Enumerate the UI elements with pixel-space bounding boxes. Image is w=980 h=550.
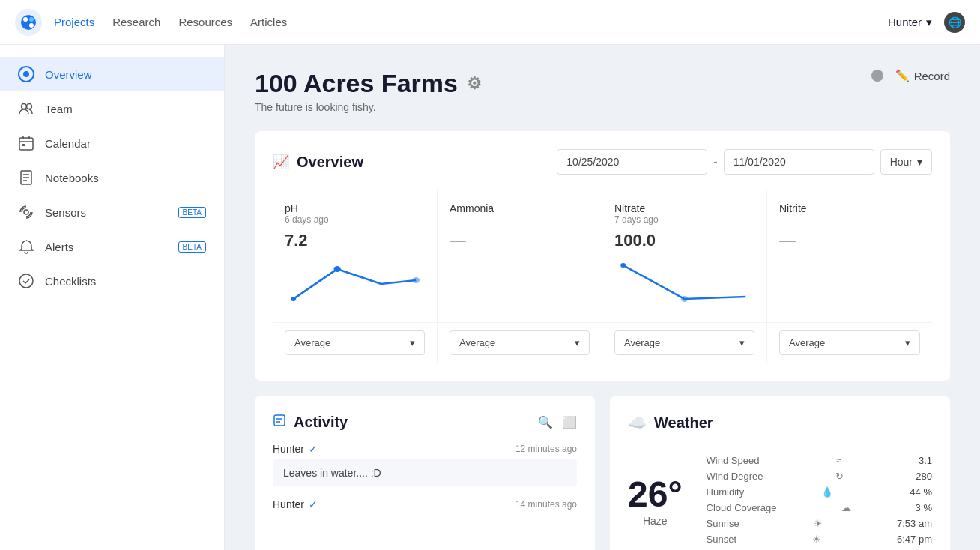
ammonia-value: —: [450, 231, 590, 250]
nitrite-metric: Nitrite —: [767, 190, 932, 322]
ph-average-dropdown[interactable]: Average ▾: [285, 330, 425, 355]
weather-details: Wind Speed ≈ 3.1 Wind Degree ↻ 280 Humid…: [707, 453, 932, 547]
date-from-input[interactable]: [557, 149, 707, 175]
svg-point-4: [29, 17, 34, 22]
topnav-right: Hunter ▾ 🌐: [888, 12, 965, 33]
nitrite-chart: [779, 250, 920, 310]
page-header-right: ✏️ Record: [871, 69, 950, 82]
wind-degree-icon: ↻: [835, 471, 844, 482]
weather-sunrise: Sunrise ☀ 7:53 am: [707, 516, 932, 531]
weather-cloud-coverage: Cloud Coverage ☁ 3 %: [707, 500, 932, 516]
sidebar-item-overview[interactable]: Overview: [0, 57, 224, 91]
activity-actions: 🔍 ⬜: [538, 415, 577, 429]
humidity-icon: 💧: [821, 486, 833, 498]
user-menu[interactable]: Hunter ▾: [888, 16, 932, 29]
activity-header: Activity 🔍 ⬜: [273, 414, 577, 431]
svg-point-8: [27, 104, 32, 109]
sidebar-item-team[interactable]: Team: [0, 91, 224, 126]
sidebar-item-checklists[interactable]: Checklists: [0, 264, 224, 298]
overview-icon: [18, 66, 34, 82]
sidebar-label-overview: Overview: [45, 68, 92, 81]
pencil-icon: ✏️: [895, 69, 910, 82]
svg-point-19: [19, 274, 33, 288]
nitrate-time: 7 days ago: [614, 214, 754, 225]
sidebar-item-calendar[interactable]: Calendar: [0, 126, 224, 160]
ammonia-metric: Ammonia —: [438, 190, 602, 322]
activity-entry-1: Hunter ✓ 14 minutes ago: [273, 498, 577, 510]
svg-point-21: [413, 277, 420, 283]
svg-point-24: [620, 263, 626, 268]
weather-temp-area: 26° Haze: [628, 474, 683, 527]
weather-condition: Haze: [628, 515, 683, 527]
nitrite-value: —: [779, 231, 920, 250]
page-title: 100 Acres Farms ⚙: [255, 69, 482, 98]
nav-projects[interactable]: Projects: [54, 16, 94, 28]
sidebar-item-notebooks[interactable]: Notebooks: [0, 160, 224, 195]
nitrate-value: 100.0: [614, 231, 754, 250]
nitrite-label: Nitrite: [779, 202, 920, 214]
nitrate-dropdown-cell: Average ▾: [602, 323, 767, 363]
main-content: 100 Acres Farms ⚙ The future is looking …: [225, 45, 980, 550]
sunset-icon: ☀: [812, 534, 821, 545]
record-button[interactable]: ✏️ Record: [895, 69, 950, 82]
record-label: Record: [914, 70, 950, 82]
sidebar-item-sensors[interactable]: Sensors BETA: [0, 195, 224, 229]
metrics-grid: pH 6 days ago 7.2 Ammonia: [273, 190, 932, 322]
overview-card: 📈 Overview - Hour ▾ pH: [255, 131, 950, 381]
svg-point-6: [23, 71, 29, 77]
nav-resources[interactable]: Resources: [178, 16, 232, 28]
search-icon[interactable]: 🔍: [538, 415, 553, 429]
date-to-input[interactable]: [724, 149, 874, 175]
nav-articles[interactable]: Articles: [250, 16, 287, 28]
nitrate-dropdown-chevron: ▾: [739, 337, 745, 348]
status-dot: [871, 70, 883, 82]
ph-chart: [285, 250, 425, 310]
dropdowns-row: Average ▾ Average ▾ Average ▾: [273, 322, 932, 363]
activity-time-0: 12 minutes ago: [515, 444, 577, 454]
wind-speed-icon: ≈: [836, 455, 841, 466]
calendar-icon: [18, 135, 34, 151]
nitrate-average-dropdown[interactable]: Average ▾: [614, 330, 754, 355]
weather-wind-degree: Wind Degree ↻ 280: [707, 468, 932, 484]
app-layout: Overview Team: [0, 45, 980, 550]
overview-title: 📈 Overview: [273, 154, 363, 171]
page-title-area: 100 Acres Farms ⚙ The future is looking …: [255, 69, 482, 113]
team-icon: [18, 100, 34, 117]
activity-title: Activity: [273, 414, 348, 431]
sidebar: Overview Team: [0, 45, 225, 550]
ph-label: pH: [285, 202, 425, 214]
date-range: - Hour ▾: [557, 149, 932, 175]
activity-entry-0: Hunter ✓ 12 minutes ago Leaves in water.…: [273, 443, 577, 486]
ammonia-average-dropdown[interactable]: Average ▾: [450, 330, 590, 355]
svg-point-2: [23, 17, 28, 22]
nitrite-dropdown-cell: Average ▾: [767, 323, 932, 363]
sidebar-item-alerts[interactable]: Alerts BETA: [0, 229, 224, 264]
sidebar-label-calendar: Calendar: [45, 137, 91, 150]
date-separator: -: [713, 155, 717, 169]
farm-name: 100 Acres Farms: [255, 69, 458, 98]
app-logo[interactable]: [15, 9, 42, 36]
time-unit-select[interactable]: Hour ▾: [880, 149, 932, 175]
weather-content: 26° Haze Wind Speed ≈ 3.1 Wind Degree ↻ …: [628, 447, 932, 550]
time-unit-label: Hour: [890, 156, 913, 168]
overview-card-header: 📈 Overview - Hour ▾: [273, 149, 932, 175]
sidebar-label-alerts: Alerts: [45, 241, 73, 253]
weather-sunset: Sunset ☀ 6:47 pm: [707, 531, 932, 547]
sidebar-label-notebooks: Notebooks: [45, 172, 99, 184]
nitrate-chart: [614, 250, 754, 310]
ph-metric: pH 6 days ago 7.2: [273, 190, 438, 322]
expand-icon[interactable]: ⬜: [562, 415, 577, 429]
nitrite-average-dropdown[interactable]: Average ▾: [779, 330, 920, 355]
svg-point-20: [333, 266, 340, 272]
activity-entry-header-1: Hunter ✓ 14 minutes ago: [273, 498, 577, 510]
check-icon-1: ✓: [309, 498, 318, 510]
gear-icon[interactable]: ⚙: [467, 74, 482, 94]
nav-research[interactable]: Research: [112, 16, 160, 28]
sunrise-icon: ☀: [814, 518, 823, 529]
weather-humidity: Humidity 💧 44 %: [707, 484, 932, 500]
ph-time: 6 days ago: [285, 214, 425, 225]
svg-rect-13: [22, 144, 25, 146]
weather-wind-speed: Wind Speed ≈ 3.1: [707, 453, 932, 468]
chevron-down-icon: ▾: [917, 156, 922, 168]
globe-icon[interactable]: 🌐: [944, 12, 965, 33]
